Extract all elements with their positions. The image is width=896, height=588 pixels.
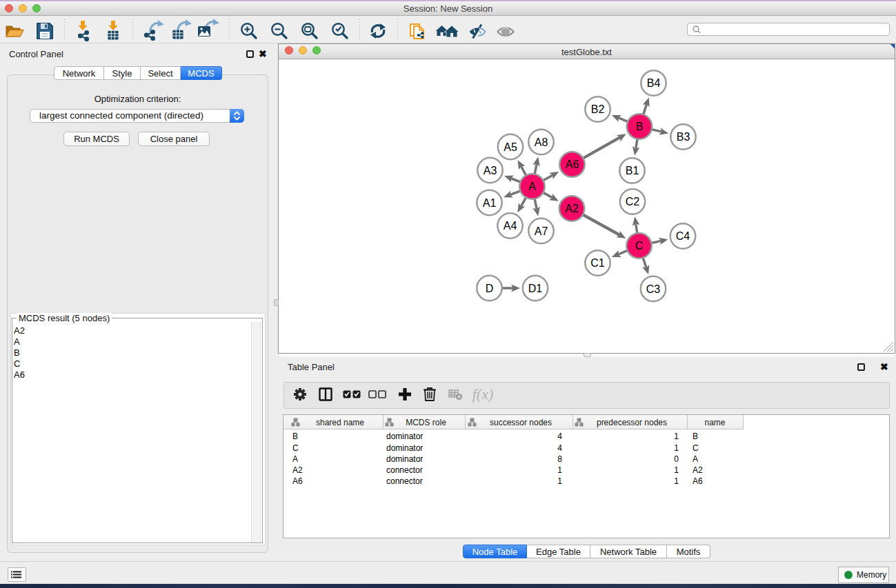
svg-text:D1: D1 [528, 283, 543, 294]
svg-text:A8: A8 [535, 136, 548, 148]
svg-text:A1: A1 [483, 197, 497, 209]
svg-text:C3: C3 [646, 283, 661, 295]
svg-text:A5: A5 [504, 141, 517, 153]
svg-text:C2: C2 [626, 196, 640, 207]
svg-text:A2: A2 [565, 203, 579, 214]
svg-text:B3: B3 [677, 131, 690, 143]
svg-text:A7: A7 [535, 225, 548, 237]
svg-text:B2: B2 [591, 103, 605, 115]
svg-text:B: B [636, 121, 644, 132]
svg-text:A3: A3 [484, 165, 497, 176]
svg-text:A: A [528, 181, 536, 192]
svg-text:B4: B4 [647, 77, 661, 89]
svg-text:A4: A4 [504, 220, 517, 232]
svg-text:f(x): f(x) [472, 385, 494, 403]
svg-text:C: C [635, 240, 644, 252]
svg-text:C4: C4 [676, 230, 690, 242]
svg-text:A6: A6 [566, 159, 579, 170]
svg-text:B1: B1 [626, 165, 639, 176]
svg-text:C1: C1 [590, 257, 605, 269]
svg-text:D: D [486, 283, 494, 294]
